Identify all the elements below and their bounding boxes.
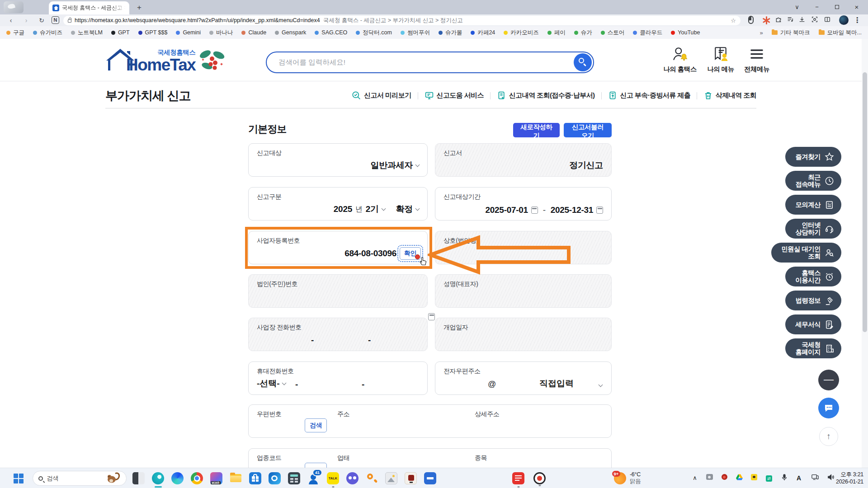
hometax-logo[interactable]: 국세청홈택스 HomeTax: [105, 45, 226, 73]
bookmark-item[interactable]: GPT $$$: [138, 29, 168, 36]
tray-kakao-icon[interactable]: [750, 474, 758, 482]
quick-law-info[interactable]: 법령정보: [785, 291, 841, 310]
contrast-app-icon[interactable]: [132, 472, 145, 484]
browser-theme-thumbnail[interactable]: [4, 1, 24, 13]
chat-widget-button[interactable]: [818, 398, 839, 418]
tray-drive-icon[interactable]: [735, 474, 743, 482]
download-icon[interactable]: [797, 16, 807, 25]
screen-recorder-icon[interactable]: [533, 472, 546, 484]
bookmark-item[interactable]: 썸머푸쉬: [401, 29, 430, 37]
field-report-target[interactable]: 신고대상 일반과세자: [248, 143, 428, 177]
quick-mock-calculation[interactable]: 모의계산: [785, 195, 841, 215]
bookmark-item[interactable]: SAG.CEO: [315, 29, 347, 36]
bookmark-item[interactable]: GPT: [111, 29, 130, 36]
new-report-button[interactable]: 새로작성하기: [513, 123, 560, 137]
accessibility-minus-button[interactable]: —: [818, 370, 839, 390]
bookmark-item[interactable]: Gemini: [176, 29, 201, 36]
action-deleted-history[interactable]: 삭제내역 조회: [703, 91, 756, 100]
bookmark-folder[interactable]: 모바일 북마...: [819, 29, 862, 37]
browser-active-tab[interactable]: 국세청 홈택스 - 세금신고 > 부가: [49, 1, 129, 14]
all-menu[interactable]: 전체메뉴: [738, 46, 776, 74]
bookmark-item[interactable]: 슈가비즈: [33, 29, 62, 37]
load-report-button[interactable]: 신고서불러오기: [564, 123, 612, 137]
quick-favorites[interactable]: 즐겨찾기: [785, 147, 841, 167]
field-report-class[interactable]: 신고구분 2025 년 2기 확정: [248, 187, 428, 221]
window-maximize-button[interactable]: [830, 2, 844, 13]
chrome-browser-icon[interactable]: [191, 472, 203, 484]
field-report-period[interactable]: 신고대상기간 2025-07-01 - 2025-12-31: [435, 187, 612, 221]
action-report-help[interactable]: 신고도움 서비스: [425, 91, 484, 100]
tray-ime-indicator[interactable]: A: [795, 474, 803, 482]
chevron-down-icon[interactable]: [599, 383, 603, 387]
tab-search-icon[interactable]: ∨: [790, 2, 804, 13]
whale-mouse-icon[interactable]: [748, 16, 754, 24]
chevron-down-icon[interactable]: [415, 206, 420, 211]
chevron-down-icon[interactable]: [381, 206, 386, 211]
action-preview-report[interactable]: 신고서 미리보기: [352, 91, 411, 100]
page-scrollbar[interactable]: [862, 39, 868, 468]
tray-volume-icon[interactable]: [826, 474, 835, 482]
bookmark-add-icon[interactable]: ☆: [731, 17, 736, 24]
bookmark-item[interactable]: 슈가몰: [439, 29, 462, 37]
taskbar-clock[interactable]: 오후 3:21 2026-01-21: [836, 471, 863, 485]
action-submit-attachments[interactable]: 신고 부속·증빙서류 제출: [608, 91, 691, 100]
action-report-history[interactable]: 신고내역 조회(접수증·납부서): [497, 91, 595, 100]
search-input[interactable]: [278, 58, 574, 67]
bookmarks-overflow-icon[interactable]: »: [760, 29, 763, 36]
tray-sync-icon[interactable]: ⇄: [765, 474, 773, 482]
field-address-group[interactable]: 우편번호 주소 상세주소 검색: [248, 404, 612, 438]
quick-tax-forms[interactable]: 세무서식: [785, 314, 841, 334]
bookmark-item[interactable]: 구글: [6, 29, 24, 37]
extension-starburst-icon[interactable]: [762, 16, 770, 24]
microsoft-store-icon[interactable]: [249, 472, 261, 484]
calculator-app-icon[interactable]: [288, 472, 300, 484]
bookmark-item[interactable]: 페이: [547, 29, 566, 37]
seal-app-icon[interactable]: [405, 472, 417, 484]
tray-expand-icon[interactable]: ∧: [691, 474, 699, 482]
people-app-icon[interactable]: 41: [307, 472, 320, 484]
new-tab-button[interactable]: +: [134, 2, 145, 13]
start-button[interactable]: [14, 474, 23, 483]
chevron-down-icon[interactable]: [282, 380, 286, 385]
tray-camera-icon[interactable]: [705, 474, 713, 482]
pdf-app-icon[interactable]: [512, 472, 524, 484]
search-app-icon[interactable]: [366, 472, 378, 484]
quick-waiting-lookup[interactable]: 민원실 대기인조회: [771, 243, 841, 263]
my-hometax-menu[interactable]: 나의 홈택스: [661, 46, 699, 74]
bookmark-item[interactable]: 카페24: [471, 29, 495, 37]
bookmark-item[interactable]: 카카오비즈: [504, 29, 539, 37]
bookmark-folder[interactable]: 기타 북마크: [772, 29, 810, 37]
reload-icon[interactable]: ↻: [37, 16, 46, 25]
window-close-button[interactable]: ×: [850, 2, 863, 13]
bookmark-item[interactable]: 스토어: [601, 29, 625, 37]
browser-profile-avatar[interactable]: [839, 15, 849, 25]
quick-recent-menu[interactable]: 최근접속메뉴: [785, 171, 841, 191]
bookmark-item[interactable]: 노트북LM: [71, 29, 103, 37]
taskbar-search[interactable]: 검색: [33, 471, 127, 486]
file-explorer-icon[interactable]: [230, 472, 242, 484]
tray-display-icon[interactable]: [811, 474, 819, 482]
screenshot-lens-icon[interactable]: [810, 16, 819, 25]
chevron-down-icon[interactable]: [415, 162, 420, 167]
scrollbar-thumb[interactable]: [863, 72, 867, 332]
zip-search-button[interactable]: 검색: [305, 418, 327, 432]
my-menu[interactable]: 나의 메뉴: [702, 46, 740, 74]
calendar-icon[interactable]: [596, 206, 603, 214]
blue-app-icon[interactable]: [424, 472, 436, 484]
messenger-app-icon[interactable]: [346, 472, 359, 484]
extensions-puzzle-icon[interactable]: [774, 16, 783, 25]
quick-nts-homepage[interactable]: 국세청홈페이지: [785, 338, 841, 358]
bookmark-item[interactable]: 슈가: [574, 29, 592, 37]
bookmark-item[interactable]: Genspark: [275, 29, 306, 36]
naver-extension-icon[interactable]: N: [52, 16, 59, 24]
field-email[interactable]: 전자우편주소 @ 직접입력: [435, 361, 612, 395]
kakaotalk-icon[interactable]: TALK: [327, 472, 339, 484]
back-icon[interactable]: ‹: [6, 16, 15, 25]
photos-app-icon[interactable]: [385, 472, 397, 484]
url-field[interactable]: https://hometax.go.kr/websquare/websquar…: [63, 16, 741, 25]
tray-mic-icon[interactable]: [780, 474, 788, 482]
playlist-icon[interactable]: [786, 16, 795, 25]
browser-menu-dots-icon[interactable]: ⋮: [853, 16, 862, 25]
forward-icon[interactable]: ›: [22, 16, 31, 25]
edge-browser-icon[interactable]: [171, 472, 184, 484]
